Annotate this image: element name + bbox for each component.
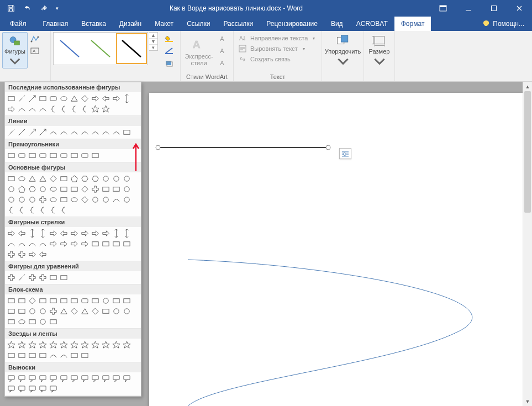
shape-recent-12[interactable] [6,104,17,114]
shape-flowchart-15[interactable] [38,306,48,317]
shape-basic-32[interactable] [90,194,101,205]
shape-recent-16[interactable] [48,104,59,114]
shape-arrows-7[interactable] [80,228,90,239]
shape-basic-17[interactable] [59,184,69,194]
shape-flowchart-4[interactable] [48,296,59,306]
draw-textbox-button[interactable]: A [29,45,41,56]
shape-stars-5[interactable] [59,340,69,350]
text-effects-button[interactable]: A [216,57,228,68]
shape-basic-18[interactable] [69,184,80,194]
shape-recent-3[interactable] [38,93,48,104]
shape-rectangles-1[interactable] [17,150,27,161]
shape-lines-5[interactable] [59,127,69,138]
shape-basic-33[interactable] [101,194,111,205]
shape-basic-16[interactable] [48,184,59,194]
shape-arrows-22[interactable] [111,239,122,249]
tab-review[interactable]: Рецензирование [260,17,324,31]
shape-recent-19[interactable] [80,104,90,114]
shape-basic-35[interactable] [122,194,132,205]
text-direction-button[interactable]: A Направление текста▾ [236,33,317,43]
selected-line-shape[interactable] [155,144,326,151]
shape-basic-28[interactable] [48,194,59,205]
shape-stars-15[interactable] [38,350,48,361]
create-link-button[interactable]: Создать связь [236,54,317,64]
shape-fill-button[interactable] [161,33,178,44]
shape-recent-20[interactable] [90,104,101,114]
shape-lines-8[interactable] [90,127,101,138]
shape-stars-14[interactable] [27,350,38,361]
shape-recent-10[interactable] [111,93,122,104]
shape-arrows-17[interactable] [59,239,69,249]
tab-file[interactable]: Файл [0,17,36,31]
shape-recent-13[interactable] [17,104,27,114]
shape-basic-6[interactable] [69,173,80,184]
express-styles-button[interactable]: A Экспресс-стили [183,32,215,68]
shape-arrows-1[interactable] [17,228,27,239]
shape-arrows-12[interactable] [6,239,17,249]
shape-equation-5[interactable] [59,272,69,283]
shapes-button[interactable]: Фигуры [2,32,28,68]
shape-arrows-0[interactable] [6,228,17,239]
tab-mailings[interactable]: Рассылки [217,17,260,31]
shape-equation-4[interactable] [48,272,59,283]
shape-callouts-9[interactable] [101,373,111,384]
shape-arrows-14[interactable] [27,239,38,249]
tab-home[interactable]: Главная [36,17,75,31]
style-tile-3[interactable] [117,34,146,64]
shape-arrows-23[interactable] [122,239,132,249]
shape-recent-1[interactable] [17,93,27,104]
shape-basic-2[interactable] [27,173,38,184]
shape-recent-9[interactable] [101,93,111,104]
shape-stars-3[interactable] [38,340,48,350]
shape-arrows-27[interactable] [38,249,48,260]
shape-flowchart-22[interactable] [111,306,122,317]
shape-arrows-2[interactable] [27,228,38,239]
shape-stars-9[interactable] [101,340,111,350]
shape-flowchart-28[interactable] [48,317,59,327]
shape-rectangles-7[interactable] [80,150,90,161]
shape-lines-7[interactable] [80,127,90,138]
shape-recent-6[interactable] [69,93,80,104]
shape-equation-2[interactable] [27,272,38,283]
shape-basic-24[interactable] [6,194,17,205]
shape-flowchart-14[interactable] [27,306,38,317]
shape-arrows-18[interactable] [69,239,80,249]
shape-callouts-12[interactable] [6,384,17,394]
shape-basic-4[interactable] [48,173,59,184]
shape-basic-30[interactable] [69,194,80,205]
shape-basic-23[interactable] [122,184,132,194]
shape-arrows-11[interactable] [122,228,132,239]
shape-basic-11[interactable] [122,173,132,184]
shape-arrows-4[interactable] [48,228,59,239]
qat-more-button[interactable]: ▾ [53,0,61,17]
shape-flowchart-20[interactable] [90,306,101,317]
shape-stars-12[interactable] [6,350,17,361]
shape-basic-26[interactable] [27,194,38,205]
shape-callouts-4[interactable] [48,373,59,384]
shape-recent-0[interactable] [6,93,17,104]
align-text-button[interactable]: Выровнять текст▾ [236,44,317,54]
shape-lines-0[interactable] [6,127,17,138]
shape-flowchart-8[interactable] [90,296,101,306]
ribbon-options-button[interactable] [430,0,456,17]
shape-basic-12[interactable] [6,184,17,194]
maximize-button[interactable] [481,0,507,17]
shape-flowchart-26[interactable] [27,317,38,327]
shape-arrows-15[interactable] [38,239,48,249]
style-tile-2[interactable] [86,34,115,64]
shape-equation-3[interactable] [38,272,48,283]
shape-callouts-1[interactable] [17,373,27,384]
style-tile-1[interactable] [55,34,85,64]
shape-outline-button[interactable] [161,45,178,56]
shape-stars-0[interactable] [6,340,17,350]
shape-callouts-10[interactable] [111,373,122,384]
shape-arrows-25[interactable] [17,249,27,260]
shape-flowchart-12[interactable] [6,306,17,317]
shape-rectangles-5[interactable] [59,150,69,161]
shape-basic-3[interactable] [38,173,48,184]
tell-me-search[interactable]: Помощн... [475,17,532,31]
layout-options-button[interactable] [339,148,351,159]
shape-rectangles-2[interactable] [27,150,38,161]
shape-callouts-8[interactable] [90,373,101,384]
shape-flowchart-1[interactable] [17,296,27,306]
